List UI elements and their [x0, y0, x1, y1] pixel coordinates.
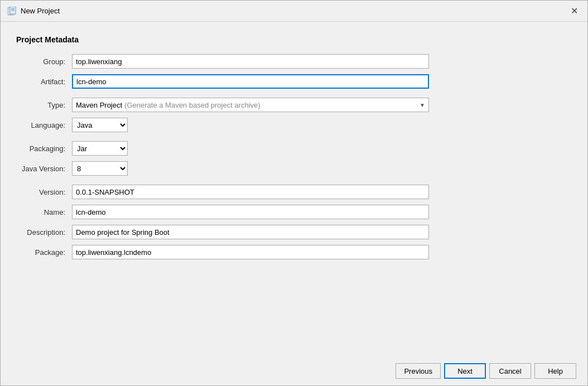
description-field [72, 225, 429, 239]
type-row: Type: Maven Project (Generate a Maven ba… [16, 98, 572, 112]
group-field [72, 54, 429, 69]
next-button[interactable]: Next [444, 363, 486, 379]
java-version-label: Java Version: [16, 165, 72, 173]
description-input[interactable] [72, 225, 429, 239]
type-select[interactable]: Maven Project (Generate a Maven based pr… [72, 98, 429, 112]
dialog-window: New Project ✕ Project Metadata Group: Ar… [0, 0, 588, 386]
group-label: Group: [16, 57, 72, 66]
java-version-select[interactable]: 8 11 17 [72, 161, 128, 176]
dialog-footer: Previous Next Cancel Help [1, 356, 587, 385]
name-field [72, 205, 429, 219]
package-label: Package: [16, 248, 72, 257]
cancel-button[interactable]: Cancel [489, 363, 531, 379]
language-field: Java Kotlin Groovy [72, 118, 429, 132]
packaging-label: Packaging: [16, 144, 72, 153]
artifact-input[interactable] [72, 74, 429, 89]
artifact-field [72, 74, 429, 89]
version-label: Version: [16, 188, 72, 196]
language-row: Language: Java Kotlin Groovy [16, 118, 572, 132]
description-row: Description: [16, 225, 572, 239]
group-input[interactable] [72, 54, 429, 69]
section-title: Project Metadata [16, 35, 572, 44]
group-row: Group: [16, 54, 572, 69]
type-desc-text: (Generate a Maven based project archive) [124, 101, 261, 109]
name-label: Name: [16, 208, 72, 216]
type-main-text: Maven Project [76, 101, 122, 109]
version-input[interactable] [72, 185, 429, 199]
description-label: Description: [16, 228, 72, 237]
version-field [72, 185, 429, 199]
packaging-field: Jar War [72, 141, 429, 156]
type-label: Type: [16, 101, 72, 109]
version-row: Version: [16, 185, 572, 199]
package-row: Package: [16, 245, 572, 259]
packaging-select[interactable]: Jar War [72, 141, 128, 156]
artifact-row: Artifact: [16, 74, 572, 89]
new-project-icon [7, 7, 16, 16]
name-row: Name: [16, 205, 572, 219]
package-input[interactable] [72, 245, 429, 259]
artifact-label: Artifact: [16, 78, 72, 86]
name-input[interactable] [72, 205, 429, 219]
previous-button[interactable]: Previous [396, 363, 441, 379]
help-button[interactable]: Help [534, 363, 576, 379]
language-label: Language: [16, 121, 72, 129]
dialog-content: Project Metadata Group: Artifact: Type: … [1, 22, 587, 356]
window-title: New Project [21, 7, 60, 15]
type-arrow-icon: ▼ [420, 102, 425, 108]
language-select[interactable]: Java Kotlin Groovy [72, 118, 128, 132]
title-bar: New Project ✕ [1, 1, 587, 22]
type-field: Maven Project (Generate a Maven based pr… [72, 98, 429, 112]
close-button[interactable]: ✕ [567, 4, 581, 18]
title-bar-left: New Project [7, 7, 60, 16]
packaging-row: Packaging: Jar War [16, 141, 572, 156]
java-version-field: 8 11 17 [72, 161, 429, 176]
java-version-row: Java Version: 8 11 17 [16, 161, 572, 176]
package-field [72, 245, 429, 259]
